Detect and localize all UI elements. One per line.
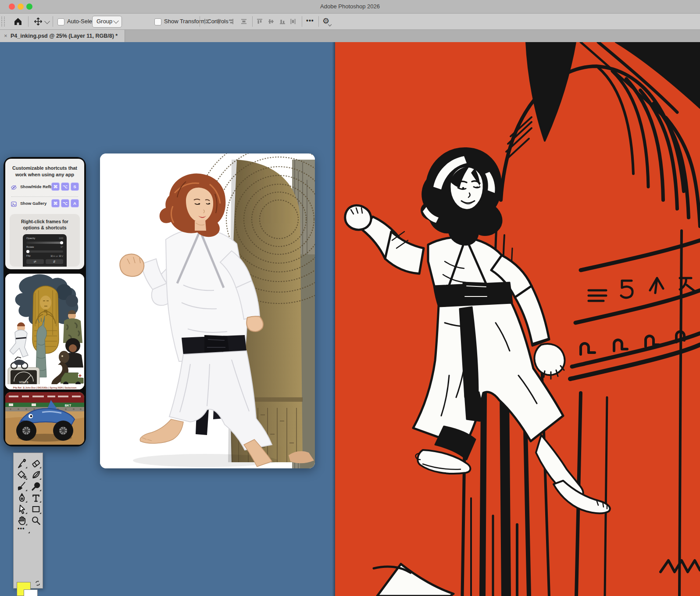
canvas-area: Customizable shortcuts that work when us… bbox=[0, 42, 700, 596]
background-color-swatch[interactable] bbox=[24, 589, 38, 596]
distribute-v-icon[interactable] bbox=[289, 18, 296, 25]
shortcut-row-refbox: Show/Hide Refbox ⌘ ⌥ S bbox=[11, 182, 79, 192]
keycap-s: S bbox=[71, 182, 79, 191]
reference-photo bbox=[100, 153, 315, 468]
align-center-h-icon[interactable] bbox=[215, 18, 222, 25]
separator bbox=[252, 16, 253, 27]
shortcuts-title: Customizable shortcuts that work when us… bbox=[10, 165, 80, 178]
svg-text:VOLTS: VOLTS bbox=[19, 381, 29, 384]
auto-select-checkbox[interactable] bbox=[57, 18, 64, 25]
keycap-cmd: ⌘ bbox=[51, 182, 60, 191]
eye-off-icon bbox=[11, 184, 17, 191]
distribute-centers-icon[interactable] bbox=[240, 18, 247, 25]
flip-horizontal-button: ⇄ bbox=[26, 259, 44, 264]
collage-caption: P4a Ref. 3| John Doe | DIG2183c | Spring… bbox=[13, 386, 77, 389]
hand-tool[interactable] bbox=[17, 515, 27, 526]
select-arrow-icon bbox=[17, 504, 27, 514]
photoshop-window: Adobe Photoshop 2026 Auto-Select: Group … bbox=[0, 0, 700, 596]
refbox-panel[interactable]: Customizable shortcuts that work when us… bbox=[4, 157, 86, 446]
keycap-opt: ⌥ bbox=[61, 182, 69, 191]
brush-icon bbox=[17, 458, 27, 469]
fill-tool[interactable] bbox=[17, 470, 27, 480]
more-options-button[interactable]: ••• bbox=[306, 17, 314, 24]
brush-tool[interactable] bbox=[17, 458, 27, 469]
mixer-brush-icon bbox=[17, 481, 27, 492]
home-icon[interactable] bbox=[13, 17, 23, 26]
pen-icon bbox=[17, 493, 27, 503]
align-top-icon[interactable] bbox=[256, 18, 263, 25]
window-title: Adobe Photoshop 2026 bbox=[0, 3, 700, 10]
smudge-icon bbox=[31, 470, 41, 480]
reference-photo-card[interactable] bbox=[100, 153, 315, 468]
rectangle-icon bbox=[31, 504, 41, 514]
auto-select-scope-dropdown[interactable]: Group bbox=[92, 16, 122, 28]
spot-heal-tool[interactable] bbox=[31, 481, 41, 492]
separator bbox=[28, 16, 29, 27]
eraser-icon bbox=[31, 458, 41, 469]
flip-vertical-button: ⇵ bbox=[46, 259, 63, 264]
collage-reference-card: VOLTS P4a Ref. 3| John Doe | DIG2 bbox=[5, 274, 84, 389]
type-icon bbox=[31, 493, 41, 503]
shortcuts-card: Customizable shortcuts that work when us… bbox=[5, 159, 84, 269]
opacity-slider bbox=[26, 242, 63, 244]
align-right-icon[interactable] bbox=[227, 18, 234, 25]
dropdown-value: Group bbox=[96, 18, 112, 25]
pen-tool[interactable] bbox=[17, 493, 27, 503]
align-center-v-icon[interactable] bbox=[268, 18, 275, 25]
align-left-icon[interactable] bbox=[204, 18, 211, 25]
tools-panel[interactable]: ••• bbox=[13, 453, 43, 589]
separator bbox=[200, 16, 200, 27]
move-tool-icon[interactable] bbox=[33, 17, 43, 26]
divider bbox=[11, 196, 78, 197]
separator bbox=[302, 16, 302, 27]
move-tool-flyout-chevron[interactable] bbox=[44, 18, 50, 24]
tab-title: P4_inking.psd @ 25% (Layer 11, RGB/8) * bbox=[11, 33, 118, 39]
gallery-icon bbox=[11, 201, 17, 207]
inked-artwork bbox=[335, 42, 700, 596]
separator bbox=[53, 16, 53, 27]
options-bar: Auto-Select: Group Show Transform Contro… bbox=[0, 14, 700, 30]
show-transform-checkbox[interactable] bbox=[154, 18, 161, 25]
hand-icon bbox=[17, 515, 27, 526]
direct-select-tool[interactable] bbox=[17, 504, 27, 514]
keycap-a: A bbox=[71, 199, 79, 207]
rectangle-tool[interactable] bbox=[31, 504, 41, 514]
rightclick-hint-card: Right-click frames for options & shortcu… bbox=[10, 214, 80, 267]
context-menu-mockup: Opacity100 Rotate0° Flip⌘H or ⌘V ⇄ ⇵ Gra… bbox=[23, 234, 67, 267]
smudge-tool[interactable] bbox=[31, 470, 41, 480]
truck-banner-text: BKT bbox=[65, 404, 71, 407]
type-tool[interactable] bbox=[31, 493, 41, 503]
window-titlebar[interactable]: Adobe Photoshop 2026 bbox=[0, 0, 700, 14]
eraser-tool[interactable] bbox=[31, 458, 41, 469]
shortcut-row-gallery: Show Gallery ⌘ ⌥ A bbox=[11, 199, 79, 209]
keycap-opt: ⌥ bbox=[61, 199, 69, 207]
chevron-down-icon bbox=[113, 18, 119, 24]
canvas-right-page[interactable] bbox=[335, 42, 700, 596]
swap-colors-icon[interactable] bbox=[35, 580, 41, 586]
spot-heal-icon bbox=[31, 481, 41, 492]
shortcut-label: Show Gallery bbox=[20, 201, 46, 206]
document-tab-bar: × P4_inking.psd @ 25% (Layer 11, RGB/8) … bbox=[0, 30, 700, 43]
rotate-slider bbox=[26, 250, 63, 253]
keycap-cmd: ⌘ bbox=[51, 199, 60, 207]
rightclick-title: Right-click frames for options & shortcu… bbox=[14, 218, 75, 231]
magnifier-icon bbox=[31, 515, 41, 526]
tab-close-icon[interactable]: × bbox=[4, 32, 7, 39]
mixer-brush-tool[interactable] bbox=[17, 481, 27, 492]
monster-truck-image: BKT bbox=[5, 392, 84, 445]
document-tab[interactable]: × P4_inking.psd @ 25% (Layer 11, RGB/8) … bbox=[0, 30, 125, 42]
zoom-tool[interactable] bbox=[31, 515, 41, 526]
panel-drag-handle[interactable] bbox=[1, 17, 5, 26]
separator bbox=[318, 16, 319, 27]
collage-image: VOLTS P4a Ref. 3| John Doe | DIG2 bbox=[5, 274, 84, 389]
align-bottom-icon[interactable] bbox=[279, 18, 286, 25]
monster-truck-card: BKT bbox=[5, 392, 84, 445]
more-tools-button[interactable]: ••• bbox=[17, 526, 30, 534]
paint-bucket-icon bbox=[17, 470, 27, 480]
